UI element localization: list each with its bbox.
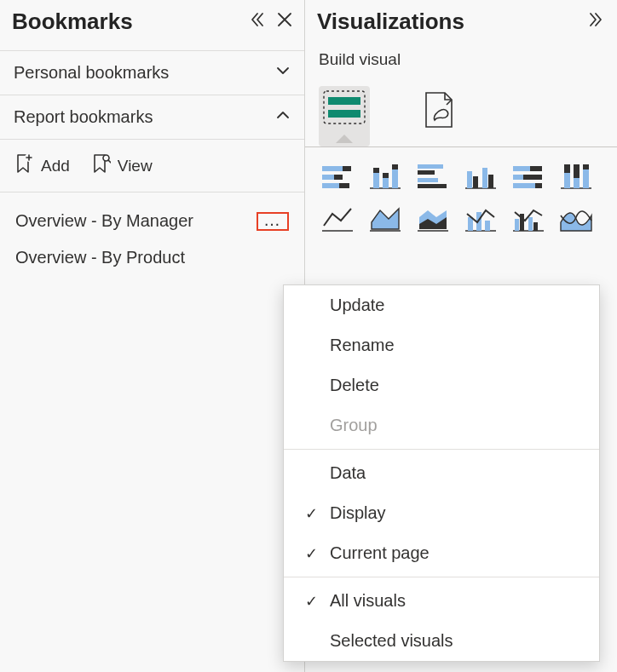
svg-rect-26: [488, 175, 493, 188]
svg-rect-21: [418, 184, 447, 188]
svg-rect-9: [322, 183, 339, 188]
viz-stacked-bar-icon[interactable]: [319, 161, 356, 192]
svg-rect-48: [515, 219, 519, 231]
view-label: View: [118, 157, 153, 175]
svg-rect-16: [392, 169, 398, 188]
svg-rect-50: [528, 217, 533, 231]
viz-clustered-column-icon[interactable]: [462, 161, 499, 192]
chevron-down-icon: [275, 63, 291, 83]
bookmarks-title: Bookmarks: [12, 9, 133, 35]
view-bookmark-button[interactable]: View: [92, 153, 153, 178]
ctx-current-page-label: Current page: [330, 543, 430, 563]
bookmark-item-label: Overview - By Manager: [15, 211, 193, 231]
svg-rect-20: [418, 178, 438, 182]
svg-rect-10: [339, 183, 349, 188]
tab-build-visual[interactable]: [319, 86, 370, 146]
tab-format-visual[interactable]: [418, 86, 458, 135]
add-label: Add: [41, 157, 70, 175]
ctx-current-page[interactable]: ✓Current page: [284, 533, 599, 573]
svg-rect-29: [513, 175, 523, 180]
svg-rect-5: [322, 166, 343, 171]
visualizations-title: Visualizations: [317, 9, 464, 35]
svg-rect-14: [383, 178, 389, 188]
svg-rect-44: [468, 217, 473, 231]
svg-rect-25: [482, 168, 487, 188]
viz-line-stacked-column-icon[interactable]: [462, 204, 499, 234]
ctx-rename-label: Rename: [330, 336, 395, 355]
svg-rect-15: [383, 173, 389, 178]
ctx-selected-visuals[interactable]: Selected visuals: [284, 621, 599, 661]
svg-rect-12: [373, 173, 379, 188]
svg-rect-18: [418, 164, 443, 169]
svg-rect-38: [583, 164, 589, 169]
ctx-selected-visuals-label: Selected visuals: [330, 631, 453, 651]
viz-line-clustered-column-icon[interactable]: [510, 204, 547, 234]
expand-icon[interactable]: [588, 11, 605, 32]
svg-rect-28: [530, 166, 542, 171]
viz-stacked-column-icon[interactable]: [366, 161, 404, 192]
svg-rect-34: [564, 164, 570, 173]
bookmarks-header: Bookmarks: [0, 0, 304, 50]
bookmark-item[interactable]: Overview - By Product: [3, 239, 301, 276]
svg-rect-7: [322, 175, 334, 180]
svg-rect-17: [392, 164, 398, 169]
svg-rect-4: [328, 110, 360, 118]
visualization-grid: [305, 147, 617, 248]
bookmark-item[interactable]: Overview - By Manager …: [3, 203, 301, 239]
viz-clustered-bar-icon[interactable]: [414, 161, 452, 192]
svg-rect-19: [418, 170, 435, 175]
build-visual-icon: [322, 89, 366, 129]
svg-rect-46: [485, 221, 490, 231]
ctx-data-label: Data: [330, 463, 366, 483]
bookmark-add-icon: [15, 153, 34, 178]
bookmark-list: Overview - By Manager … Overview - By Pr…: [0, 192, 304, 286]
svg-rect-8: [334, 175, 343, 180]
svg-rect-23: [467, 171, 472, 188]
svg-rect-39: [583, 169, 589, 188]
bookmark-view-icon: [92, 153, 111, 178]
report-bookmarks-section[interactable]: Report bookmarks: [0, 95, 304, 140]
ctx-delete-label: Delete: [330, 376, 379, 395]
collapse-icon[interactable]: [248, 11, 265, 32]
viz-100-stacked-bar-icon[interactable]: [510, 161, 547, 192]
bookmark-context-menu: Update Rename Delete Group Data ✓Display…: [283, 284, 600, 662]
svg-rect-37: [574, 178, 580, 188]
svg-rect-51: [533, 222, 538, 231]
ctx-rename[interactable]: Rename: [284, 325, 599, 365]
svg-rect-30: [523, 175, 542, 180]
svg-rect-3: [328, 97, 360, 105]
bookmark-actions-row: Add View: [0, 140, 304, 192]
personal-bookmarks-section[interactable]: Personal bookmarks: [0, 50, 304, 95]
build-visual-label: Build visual: [305, 50, 617, 79]
bookmark-item-label: Overview - By Product: [15, 248, 185, 267]
viz-stacked-area-chart-icon[interactable]: [414, 204, 452, 234]
svg-rect-24: [473, 176, 478, 188]
viz-area-chart-icon[interactable]: [366, 204, 404, 234]
viz-100-stacked-column-icon[interactable]: [557, 161, 595, 192]
more-options-icon[interactable]: …: [257, 212, 289, 231]
visualizations-header: Visualizations: [305, 0, 617, 50]
ctx-update-label: Update: [330, 296, 385, 315]
check-icon: ✓: [301, 544, 321, 563]
svg-rect-27: [513, 166, 530, 171]
ctx-all-visuals[interactable]: ✓All visuals: [284, 581, 599, 621]
format-visual-icon: [418, 89, 458, 135]
check-icon: ✓: [301, 592, 321, 611]
ctx-data[interactable]: Data: [284, 453, 599, 493]
add-bookmark-button[interactable]: Add: [15, 153, 70, 178]
ctx-divider: [284, 577, 599, 577]
ctx-group: Group: [284, 405, 599, 445]
svg-rect-35: [564, 173, 570, 188]
svg-rect-32: [535, 183, 542, 188]
ctx-update[interactable]: Update: [284, 285, 599, 325]
chevron-up-icon: [275, 107, 291, 127]
svg-rect-36: [574, 164, 580, 178]
svg-rect-31: [513, 183, 535, 188]
ctx-group-label: Group: [330, 416, 378, 435]
svg-rect-13: [373, 168, 379, 173]
close-icon[interactable]: [277, 12, 292, 32]
viz-line-chart-icon[interactable]: [319, 204, 356, 234]
ctx-delete[interactable]: Delete: [284, 365, 599, 405]
ctx-display[interactable]: ✓Display: [284, 493, 599, 533]
viz-ribbon-chart-icon[interactable]: [557, 204, 595, 234]
